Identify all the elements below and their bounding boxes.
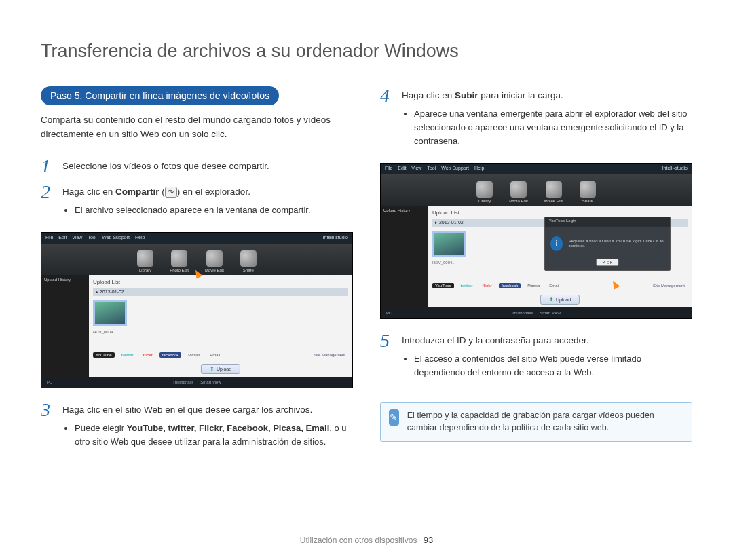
site-management[interactable]: Site Management [650, 283, 688, 288]
toolbar-photo-edit[interactable]: Photo Edit [170, 250, 189, 272]
menu-file[interactable]: File [385, 166, 392, 172]
app-name: Intelli-studio [662, 166, 688, 172]
service-email[interactable]: Email [207, 352, 223, 358]
service-flickr[interactable]: flickr [480, 283, 495, 288]
toolbar-library[interactable]: Library [476, 181, 493, 203]
step-number: 5 [380, 331, 395, 388]
step-5: 5 Introduzca el ID y la contraseña para … [380, 331, 692, 388]
step-3-bullet-bold: YouTube, twitter, Flickr, Facebook, Pica… [127, 423, 330, 433]
service-facebook[interactable]: facebook [159, 352, 181, 358]
step-3-bullet-pre: Puede elegir [75, 423, 127, 433]
intro-text: Comparta su contenido con el resto del m… [41, 113, 353, 142]
bottom-smartview[interactable]: Smart View [540, 311, 561, 315]
menu-websupport[interactable]: Web Support [102, 235, 130, 242]
screenshot-body: Upload History Upload List ▸ 2013-01-02 … [41, 275, 352, 377]
upload-panel: Upload List ▸ 2013-01-02 HDV_0004... You… [89, 275, 352, 377]
service-twitter[interactable]: twitter [458, 283, 476, 288]
bottom-bar: PC Thumbnails Smart View [381, 307, 692, 318]
date-value: 2013-01-02 [439, 220, 464, 225]
share-toolbar-icon [580, 181, 596, 198]
thumb-label: HDV_0004... [93, 330, 348, 334]
toolbar-library[interactable]: Library [137, 250, 153, 272]
service-twitter[interactable]: twitter [119, 352, 136, 358]
service-youtube[interactable]: YouTube [432, 283, 454, 288]
share-icon [165, 187, 177, 198]
menubar: File Edit View Tool Web Support Help Int… [381, 164, 692, 174]
service-flickr[interactable]: flickr [140, 352, 155, 358]
app-name: Intelli-studio [323, 235, 348, 242]
photo-edit-icon [510, 181, 527, 198]
menu-help[interactable]: Help [135, 235, 145, 242]
right-column: 4 Haga clic en Subir para iniciar la car… [380, 86, 692, 464]
menu-help[interactable]: Help [474, 166, 484, 172]
movie-edit-icon [546, 181, 562, 198]
date-group: ▸ 2013-01-02 [93, 288, 348, 296]
service-picasa[interactable]: Picasa [525, 283, 542, 288]
step-1: 1 Seleccione los vídeos o fotos que dese… [41, 157, 353, 176]
note-icon: ✎ [389, 409, 399, 426]
service-youtube[interactable]: YouTube [93, 352, 115, 358]
ok-button[interactable]: ✔ OK [596, 259, 618, 266]
step-number: 2 [41, 183, 56, 225]
step-4-body: Haga clic en Subir para iniciar la carga… [402, 86, 692, 156]
toolbar-movie-edit[interactable]: Movie Edit [544, 181, 563, 203]
step-1-text: Seleccione los vídeos o fotos que desee … [62, 157, 353, 176]
video-thumbnail[interactable] [432, 231, 466, 257]
step-pill: Paso 5. Compartir en línea imágenes de v… [41, 86, 279, 105]
step-4-bullet: Aparece una ventana emergente para abrir… [414, 107, 692, 148]
menu-edit[interactable]: Edit [58, 235, 67, 242]
step-3-text: Haga clic en el sitio Web en el que dese… [62, 405, 312, 415]
bottom-smartview[interactable]: Smart View [200, 380, 221, 384]
upload-button[interactable]: Upload [201, 364, 240, 374]
step-2: 2 Haga clic en Compartir () en el explor… [41, 183, 353, 225]
menu-websupport[interactable]: Web Support [441, 166, 469, 172]
toolbar-share[interactable]: Share [580, 181, 596, 203]
date-value: 2013-01-02 [100, 289, 124, 294]
screenshot-body: Upload History Upload List ▸ 2013-01-02 … [381, 206, 692, 307]
thumbnail-row [93, 300, 348, 326]
ok-label: OK [607, 261, 613, 265]
service-row: YouTube twitter flickr facebook Picasa E… [432, 283, 688, 288]
toolbar-photo-edit[interactable]: Photo Edit [509, 181, 528, 203]
step-4-pre: Haga clic en [402, 90, 455, 100]
upload-button-label: Upload [556, 297, 571, 302]
site-management[interactable]: Site Management [311, 352, 348, 358]
video-thumbnail[interactable] [93, 300, 127, 326]
login-message: Requires a valid ID and a YouTube login.… [568, 239, 664, 250]
toolbar-share[interactable]: Share [240, 250, 257, 272]
sidebar-upload-history: Upload History [381, 206, 428, 307]
sidebar-upload-history: Upload History [41, 275, 89, 377]
step-5-text: Introduzca el ID y la contraseña para ac… [402, 335, 588, 346]
menubar: File Edit View Tool Web Support Help Int… [41, 233, 352, 244]
bottom-pc: PC [47, 380, 52, 384]
bottom-thumbnails[interactable]: Thumbnails [172, 380, 193, 384]
menu-file[interactable]: File [45, 235, 53, 242]
page-number: 93 [424, 535, 433, 545]
movie-edit-icon [206, 250, 223, 267]
step-3-body: Haga clic en el sitio Web en el que dese… [62, 400, 353, 457]
menu-tool[interactable]: Tool [427, 166, 436, 172]
library-icon [137, 250, 153, 267]
page-title: Transferencia de archivos a su ordenador… [41, 41, 692, 69]
login-popup: YouTube Login i Requires a valid ID and … [544, 217, 671, 271]
service-picasa[interactable]: Picasa [185, 352, 203, 358]
footer: Utilización con otros dispositivos 93 [0, 535, 733, 545]
service-facebook[interactable]: facebook [499, 283, 521, 288]
service-email[interactable]: Email [546, 283, 562, 288]
note-box: ✎ El tiempo y la capacidad de grabación … [380, 402, 692, 443]
bottom-pc: PC [386, 311, 392, 315]
menu-view[interactable]: View [72, 235, 82, 242]
step-2-pre: Haga clic en [62, 187, 115, 197]
menu-view[interactable]: View [411, 166, 421, 172]
upload-button[interactable]: Upload [540, 295, 580, 305]
menu-tool[interactable]: Tool [88, 235, 96, 242]
step-2-post: ) en el explorador. [177, 187, 250, 197]
login-popup-title: YouTube Login [545, 217, 670, 227]
upload-button-label: Upload [217, 367, 231, 371]
share-toolbar-icon [240, 250, 257, 267]
note-text: El tiempo y la capacidad de grabación pa… [407, 409, 683, 435]
menu-edit[interactable]: Edit [398, 166, 406, 172]
bottom-thumbnails[interactable]: Thumbnails [512, 311, 533, 315]
toolbar-movie-edit[interactable]: Movie Edit [205, 250, 224, 272]
step-3-bullet: Puede elegir YouTube, twitter, Flickr, F… [75, 422, 353, 449]
